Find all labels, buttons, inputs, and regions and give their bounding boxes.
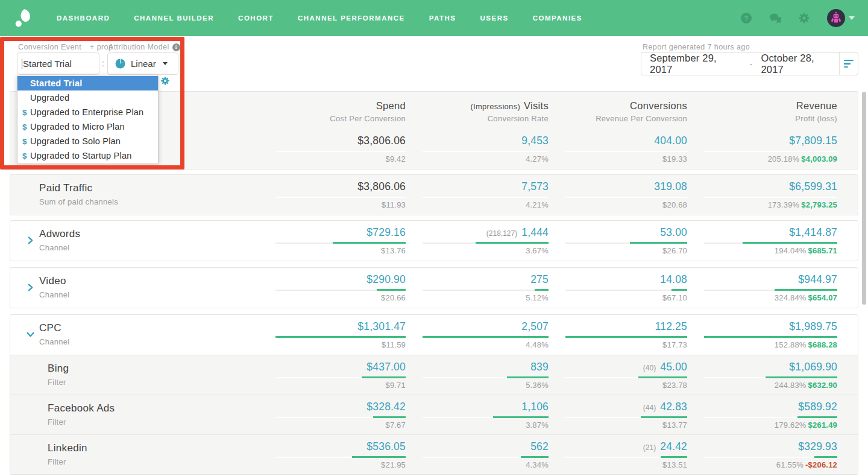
conversions-value: 319.08 <box>654 180 687 192</box>
nav-cohort[interactable]: COHORT <box>238 14 274 22</box>
spend-cell: $328.42 $7.67 <box>259 395 406 434</box>
conversion-event-label-text: Conversion Event <box>18 43 81 51</box>
value-bar-fill <box>641 416 687 418</box>
dropdown-option-solo[interactable]: $ Upgraded to Solo Plan <box>17 134 158 148</box>
revenue-header[interactable]: Revenue <box>687 100 837 112</box>
value-bar-fill <box>373 416 406 418</box>
table-row: Adwords Channel $729.16 $13.76 (218,127)… <box>10 221 858 261</box>
nav-companies[interactable]: COMPANIES <box>533 14 582 22</box>
cost-per-conversion-value: $11.59 <box>259 340 406 349</box>
visits-cell: 839 5.36% <box>406 355 549 395</box>
profit-percent-value: 194.04% <box>775 246 807 255</box>
expand-chevron-icon[interactable] <box>27 283 34 291</box>
attribution-app: DASHBOARD CHANNEL BUILDER COHORT CHANNEL… <box>0 0 868 476</box>
expand-chevron-icon[interactable] <box>27 330 34 338</box>
report-options-icon[interactable] <box>840 60 858 68</box>
visits-value: 9,453 <box>521 135 549 147</box>
table-row: Video Channel $290.90 $20.66 275 5.12% 1… <box>10 268 858 308</box>
value-bar-track <box>275 197 406 198</box>
scrollbar-thumb[interactable] <box>862 92 866 305</box>
row-header-cell[interactable]: Linkedin Filter <box>10 435 259 474</box>
visits-header[interactable]: Visits <box>524 100 549 111</box>
row-header-cell[interactable]: Facebook Ads Filter <box>10 395 259 434</box>
dropdown-option-enterprise[interactable]: $ Upgraded to Enterprise Plan <box>17 105 158 119</box>
chevron-down-icon <box>163 62 168 65</box>
value-bar-track <box>704 197 837 198</box>
spend-value: $3,806.06 <box>357 180 406 192</box>
nav-channel-performance[interactable]: CHANNEL PERFORMANCE <box>298 14 405 22</box>
attribution-logo[interactable] <box>13 8 34 28</box>
visits-cell: 9,453 4.27% <box>406 129 549 169</box>
row-header-cell[interactable]: Paid Traffic Sum of paid channels <box>10 175 259 215</box>
assists-value: (44) <box>643 404 656 412</box>
revenue-cell: $944.97 324.84%$654.07 <box>687 268 837 308</box>
nav-users[interactable]: USERS <box>480 14 509 22</box>
conversion-rate-subheader[interactable]: Conversion Rate <box>406 114 549 123</box>
dropdown-option-micro[interactable]: $ Upgraded to Micro Plan <box>17 119 158 134</box>
row-header-cell[interactable]: CPC Channel <box>10 315 259 355</box>
gear-icon[interactable] <box>160 76 170 86</box>
visits-cell: 275 5.12% <box>406 268 549 308</box>
dropdown-option-upgraded[interactable]: Upgraded <box>17 90 158 105</box>
dollar-icon: $ <box>22 137 30 146</box>
spend-value: $536.05 <box>366 440 406 452</box>
controls-separator: : <box>102 59 104 68</box>
attribution-model-select[interactable]: Linear <box>107 52 178 75</box>
value-bar-track <box>423 377 549 378</box>
info-icon[interactable]: i <box>172 43 180 51</box>
expand-chevron-icon[interactable] <box>27 236 34 244</box>
profit-percent-value: 61.55% <box>776 460 804 469</box>
value-bar-fill <box>775 289 837 291</box>
user-menu[interactable] <box>827 9 855 27</box>
value-bar-track <box>565 290 687 291</box>
chat-icon[interactable] <box>769 12 781 24</box>
value-bar-fill <box>333 242 406 244</box>
profit-percent-value: 152.88% <box>775 340 807 349</box>
help-icon[interactable]: ? <box>740 12 752 24</box>
adwords-card: Adwords Channel $729.16 $13.76 (218,127)… <box>10 220 858 261</box>
cost-per-conversion-value: $13.76 <box>259 246 406 255</box>
profit-value: $685.71 <box>808 246 837 255</box>
conversions-header[interactable]: Conversions <box>549 100 687 112</box>
cost-per-conversion-value: $11.93 <box>259 200 406 209</box>
visits-value: 7,573 <box>521 180 549 192</box>
value-bar-track <box>704 151 837 152</box>
dropdown-option-startup[interactable]: $ Upgraded to Startup Plan <box>17 148 158 163</box>
conversion-event-label: Conversion Event + prop <box>18 43 113 51</box>
spend-header[interactable]: Spend <box>259 100 406 112</box>
conversion-rate-value: 4.27% <box>406 154 549 163</box>
value-bar-track <box>565 151 687 152</box>
conversions-value: 45.00 <box>660 361 687 373</box>
nav-channel-builder[interactable]: CHANNEL BUILDER <box>134 14 214 22</box>
value-bar-track <box>704 457 837 458</box>
date-range-picker[interactable]: September 29, 2017 - October 28, 2017 <box>641 52 858 75</box>
revenue-per-conversion-subheader[interactable]: Revenue Per Conversion <box>549 114 687 123</box>
spend-cell: $3,806.06 $11.93 <box>259 175 406 215</box>
value-bar-fill <box>423 336 549 338</box>
dropdown-option-started-trial[interactable]: Started Trial <box>17 76 158 90</box>
value-bar-track <box>423 457 549 458</box>
row-header-cell[interactable]: Video Channel <box>10 268 259 308</box>
assists-value: (40) <box>643 364 656 372</box>
visits-cell: 7,573 4.21% <box>406 175 549 215</box>
conversion-event-input[interactable]: Started Trial <box>17 52 99 75</box>
profit-loss-subheader[interactable]: Profit (loss) <box>687 114 837 123</box>
value-bar-fill <box>275 336 406 338</box>
conversion-event-value: Started Trial <box>23 59 72 69</box>
nav-paths[interactable]: PATHS <box>429 14 456 22</box>
value-bar-fill <box>704 336 837 338</box>
row-title: Bing <box>48 363 259 375</box>
value-bar-track <box>423 417 549 418</box>
nav-dashboard[interactable]: DASHBOARD <box>57 14 110 22</box>
value-bar-track <box>704 417 837 418</box>
row-header-cell[interactable]: Adwords Channel <box>10 221 259 261</box>
option-label: Upgraded <box>30 93 69 103</box>
spend-cell: $290.90 $20.66 <box>259 268 406 308</box>
text-cursor <box>22 59 22 69</box>
conversions-cell: 112.25 $17.73 <box>549 315 687 355</box>
spend-subheader[interactable]: Cost Per Conversion <box>259 114 406 123</box>
row-header-cell[interactable]: Bing Filter <box>10 355 259 395</box>
value-bar-track <box>275 417 406 418</box>
gear-icon[interactable] <box>798 12 810 24</box>
conversion-rate-value: 4.21% <box>406 200 549 209</box>
